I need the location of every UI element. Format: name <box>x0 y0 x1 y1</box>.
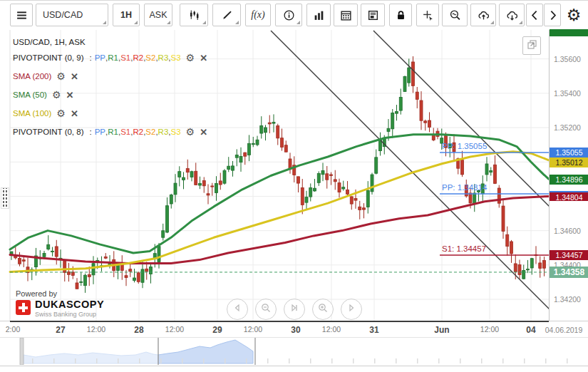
time-tick-label: 04 <box>526 325 535 335</box>
cloud-download-button[interactable] <box>499 4 525 26</box>
brand-name: DUKASCOPY <box>35 300 104 309</box>
zoom-icon <box>449 9 461 21</box>
pivot-level-s2: S2 <box>145 128 155 136</box>
lock-icon <box>395 9 407 21</box>
crosshair-icon <box>422 9 434 21</box>
indicator-settings-gear-icon[interactable]: ⚙ <box>56 108 66 119</box>
zoom-out-button[interactable] <box>255 299 277 320</box>
pivot-level-pp: PP <box>95 53 105 62</box>
current-date-label: 04.06.2019 <box>545 326 583 334</box>
time-tick-label: 12:00 <box>87 325 105 334</box>
time-tick-label: 27 <box>56 325 65 335</box>
pivot-level-s1: S1 <box>120 128 130 136</box>
indicator-settings-gear-icon[interactable]: ⚙ <box>186 126 195 138</box>
gear-icon: ⚙ <box>567 7 582 24</box>
pivot-level-pp: PP <box>95 128 105 136</box>
price-tick-label: 1.34600 <box>554 227 581 235</box>
indicator-remove-icon[interactable]: ✕ <box>200 53 207 63</box>
step-back-icon <box>232 302 243 316</box>
axis-border <box>10 321 549 322</box>
menu-button[interactable] <box>10 4 33 26</box>
cloud-download-icon <box>506 9 518 21</box>
indicator-remove-icon[interactable]: ✕ <box>66 90 74 100</box>
price-badge: 1.35012 <box>550 157 588 167</box>
indicator-remove-icon[interactable]: ✕ <box>71 108 78 119</box>
legend-title: USD/CAD, 1H, ASK <box>13 36 207 48</box>
period-label: 1H <box>120 10 132 20</box>
settings-button[interactable]: ⚙ <box>563 4 584 26</box>
pivot-level-r1: R1 <box>108 128 118 136</box>
price-badge: 1.34457 <box>550 250 588 260</box>
zoom-mode-button[interactable] <box>442 4 468 26</box>
indicator-settings-gear-icon[interactable]: ⚙ <box>52 89 61 100</box>
indicator-remove-icon[interactable]: ✕ <box>71 71 78 82</box>
indicators-button[interactable]: f(x) <box>245 4 271 26</box>
powered-by-block: Powered by DUKASCOPY Swiss Banking Group <box>16 289 104 318</box>
calendar-button[interactable] <box>334 4 358 26</box>
info-button[interactable] <box>275 4 302 26</box>
pivot-level-r3: R3 <box>158 128 169 136</box>
step-forward-button[interactable] <box>341 299 362 320</box>
indicator-remove-icon[interactable]: ✕ <box>200 127 207 138</box>
trendline <box>373 31 549 222</box>
draw-button[interactable] <box>212 4 241 26</box>
indicator-settings-gear-icon[interactable]: ⚙ <box>56 71 66 82</box>
time-tick-label: Jun <box>434 325 449 335</box>
range-navigator[interactable] <box>0 337 588 366</box>
price-tick-label: 1.35600 <box>554 55 581 63</box>
volume-button[interactable] <box>306 4 331 26</box>
prev-button[interactable] <box>526 4 543 26</box>
panel-splitter-handle[interactable] <box>1 187 9 209</box>
indicator-label: SMA (200) <box>13 72 51 81</box>
zoom-in-button[interactable] <box>312 299 334 320</box>
pivot-level-r2: R2 <box>133 128 143 136</box>
separator: : <box>89 53 91 62</box>
sma100-line <box>10 152 549 272</box>
price-badge: 1.34804 <box>550 191 588 201</box>
period-button[interactable]: 1H <box>113 4 140 26</box>
chevron-right-icon <box>547 9 559 21</box>
pivot-level-s2: S2 <box>145 53 155 62</box>
time-axis[interactable]: 04.06.2019 2:002712:002812:002912:003012… <box>0 321 588 336</box>
indicator-label: PIVOTPOINT (0, 8) <box>13 128 83 136</box>
pivot-line-label: PP: 1.35055 <box>442 142 487 150</box>
cloud-upload-button[interactable] <box>470 4 496 26</box>
time-tick-label: 29 <box>212 325 222 335</box>
legend-row-sma-100-: SMA (100)⚙✕ <box>13 104 207 123</box>
symbol-label: USD/CAD <box>43 10 83 20</box>
next-button[interactable] <box>544 4 561 26</box>
detach-chart-button[interactable] <box>522 36 541 55</box>
pivot-level-s1: S1 <box>120 53 130 62</box>
calendar-icon <box>340 9 352 21</box>
legend-row-sma-200-: SMA (200)⚙✕ <box>13 67 207 86</box>
time-tick-label: 12:00 <box>322 325 341 334</box>
side-button[interactable]: ASK <box>144 4 172 26</box>
pivot-line-label: S1: 1.34457 <box>442 244 486 253</box>
price-axis[interactable]: 1.356001.354001.352001.346001.344001.342… <box>549 30 588 321</box>
navigator-left-handle <box>20 338 24 365</box>
go-latest-button[interactable] <box>284 299 305 320</box>
time-tick-label: 12:00 <box>165 325 184 334</box>
brand-subtitle: Swiss Banking Group <box>35 311 104 318</box>
time-tick-label: 2:00 <box>6 325 20 334</box>
crosshair-button[interactable] <box>416 4 439 26</box>
chart-type-button[interactable] <box>180 4 208 26</box>
chart-legend: USD/CAD, 1H, ASK PIVOTPOINT (0, 9):PP, R… <box>13 36 207 141</box>
price-badge: 1.35055 <box>550 148 588 157</box>
zoom-in-icon <box>317 302 329 316</box>
news-button[interactable] <box>361 4 385 26</box>
legend-row-sma-50-: SMA (50)⚙✕ <box>13 86 207 104</box>
toolbar: USD/CAD1HASKf(x)⚙ <box>0 1 588 31</box>
pivot-level-r1: R1 <box>108 53 118 62</box>
lock-button[interactable] <box>389 4 412 26</box>
cloud-upload-icon <box>478 9 490 21</box>
symbol-button[interactable]: USD/CAD <box>36 4 108 26</box>
time-tick-label: 12:00 <box>480 325 499 334</box>
time-tick-label: 28 <box>134 325 143 335</box>
indicator-settings-gear-icon[interactable]: ⚙ <box>186 52 195 63</box>
step-forward-icon <box>346 302 357 316</box>
go-latest-icon <box>289 302 300 316</box>
step-back-button[interactable] <box>227 299 248 320</box>
trading-app-window: USD/CAD1HASKf(x)⚙ 1.356001.354001.352001… <box>0 0 588 372</box>
price-badge: 1.34358 <box>550 267 588 278</box>
